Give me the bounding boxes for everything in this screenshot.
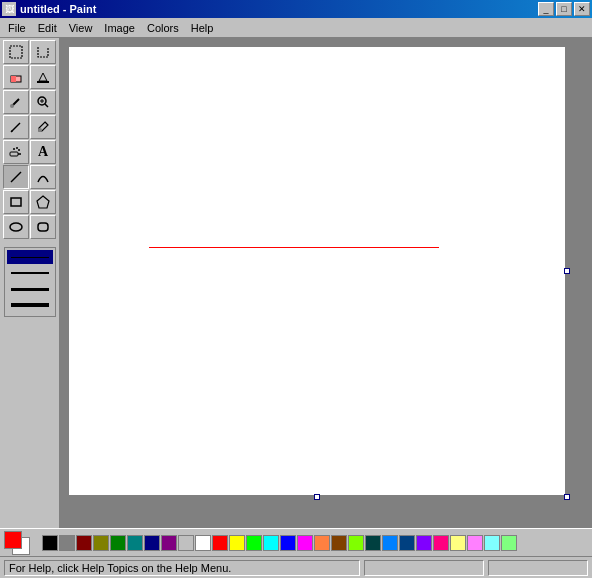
menu-file[interactable]: File (2, 20, 32, 36)
status-bar: For Help, click Help Topics on the Help … (0, 556, 592, 578)
palette-color-8[interactable] (178, 535, 194, 551)
color-bar (0, 528, 592, 556)
menu-bar: File Edit View Image Colors Help (0, 18, 592, 38)
palette-color-18[interactable] (348, 535, 364, 551)
palette-color-2[interactable] (76, 535, 92, 551)
tool-pencil[interactable] (3, 115, 29, 139)
palette-color-5[interactable] (127, 535, 143, 551)
line-sample-4 (11, 303, 49, 307)
svg-rect-2 (11, 76, 16, 82)
tool-zoom[interactable] (30, 90, 56, 114)
status-coords (364, 560, 484, 576)
line-width-4[interactable] (7, 298, 53, 312)
toolbox: A (0, 38, 60, 528)
menu-image[interactable]: Image (98, 20, 141, 36)
tool-select-free[interactable] (30, 40, 56, 64)
svg-line-10 (11, 123, 20, 132)
palette-color-3[interactable] (93, 535, 109, 551)
svg-rect-0 (10, 46, 22, 58)
svg-rect-3 (37, 81, 49, 83)
app-icon: 🖼 (2, 2, 16, 16)
tool-text[interactable]: A (30, 140, 56, 164)
svg-line-7 (45, 104, 48, 107)
menu-edit[interactable]: Edit (32, 20, 63, 36)
svg-point-16 (16, 147, 18, 149)
palette-color-12[interactable] (246, 535, 262, 551)
foreground-color-swatch[interactable] (4, 531, 22, 549)
palette-color-20[interactable] (382, 535, 398, 551)
line-width-selector (4, 247, 56, 317)
palette-color-10[interactable] (212, 535, 228, 551)
palette-color-6[interactable] (144, 535, 160, 551)
status-size (488, 560, 588, 576)
maximize-button[interactable]: □ (556, 2, 572, 16)
red-line-drawing (149, 247, 439, 248)
title-buttons: _ □ ✕ (538, 2, 590, 16)
tool-polygon[interactable] (30, 190, 56, 214)
resize-handle-right[interactable] (564, 268, 570, 274)
tool-airbrush[interactable] (3, 140, 29, 164)
svg-point-12 (38, 128, 42, 132)
line-width-1[interactable] (7, 250, 53, 264)
status-help-text: For Help, click Help Topics on the Help … (4, 560, 360, 576)
tool-ellipse[interactable] (3, 215, 29, 239)
palette-color-23[interactable] (433, 535, 449, 551)
palette-color-9[interactable] (195, 535, 211, 551)
svg-line-18 (11, 172, 21, 182)
palette-color-22[interactable] (416, 535, 432, 551)
title-bar-left: 🖼 untitled - Paint (2, 2, 96, 16)
palette-color-4[interactable] (110, 535, 126, 551)
tool-curve[interactable] (30, 165, 56, 189)
svg-marker-20 (37, 196, 49, 208)
color-palette (42, 535, 562, 551)
menu-colors[interactable]: Colors (141, 20, 185, 36)
palette-color-13[interactable] (263, 535, 279, 551)
svg-point-21 (10, 223, 22, 231)
tool-rect[interactable] (3, 190, 29, 214)
palette-color-21[interactable] (399, 535, 415, 551)
palette-color-17[interactable] (331, 535, 347, 551)
palette-color-0[interactable] (42, 535, 58, 551)
tool-eraser[interactable] (3, 65, 29, 89)
menu-view[interactable]: View (63, 20, 99, 36)
tool-fill[interactable] (30, 65, 56, 89)
resize-handle-corner[interactable] (564, 494, 570, 500)
palette-color-7[interactable] (161, 535, 177, 551)
title-bar: 🖼 untitled - Paint _ □ ✕ (0, 0, 592, 18)
palette-color-27[interactable] (501, 535, 517, 551)
canvas-wrapper (68, 46, 566, 496)
svg-point-15 (13, 148, 15, 150)
tool-grid: A (3, 40, 56, 239)
palette-color-19[interactable] (365, 535, 381, 551)
tool-line[interactable] (3, 165, 29, 189)
line-sample-1 (11, 257, 49, 258)
palette-color-16[interactable] (314, 535, 330, 551)
close-button[interactable]: ✕ (574, 2, 590, 16)
palette-color-11[interactable] (229, 535, 245, 551)
palette-color-25[interactable] (467, 535, 483, 551)
tool-rounded-rect[interactable] (30, 215, 56, 239)
minimize-button[interactable]: _ (538, 2, 554, 16)
window-title: untitled - Paint (20, 3, 96, 15)
line-sample-3 (11, 288, 49, 291)
main-area: A (0, 38, 592, 528)
tool-brush[interactable] (30, 115, 56, 139)
svg-rect-19 (11, 198, 21, 206)
resize-handle-bottom[interactable] (314, 494, 320, 500)
line-width-2[interactable] (7, 266, 53, 280)
svg-rect-22 (38, 223, 48, 231)
tool-select-rect[interactable] (3, 40, 29, 64)
canvas-container[interactable] (60, 38, 592, 528)
palette-color-24[interactable] (450, 535, 466, 551)
palette-color-15[interactable] (297, 535, 313, 551)
palette-color-1[interactable] (59, 535, 75, 551)
line-sample-2 (11, 272, 49, 274)
paint-canvas[interactable] (68, 46, 566, 496)
svg-rect-13 (10, 152, 18, 156)
menu-help[interactable]: Help (185, 20, 220, 36)
palette-color-26[interactable] (484, 535, 500, 551)
tool-eyedropper[interactable] (3, 90, 29, 114)
svg-point-17 (18, 149, 20, 151)
line-width-3[interactable] (7, 282, 53, 296)
palette-color-14[interactable] (280, 535, 296, 551)
